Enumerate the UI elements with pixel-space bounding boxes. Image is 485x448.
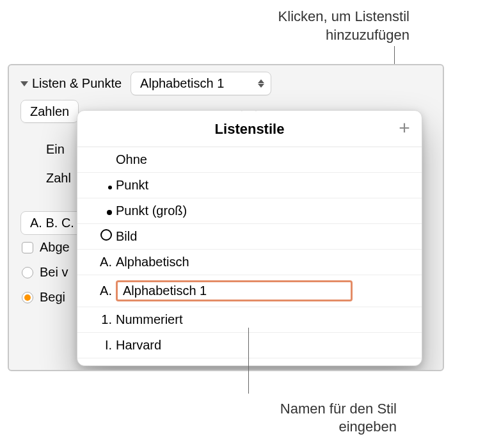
list-style-prefix-icon	[93, 229, 112, 244]
plus-icon: +	[399, 117, 410, 139]
updown-icon	[258, 79, 264, 88]
list-style-item[interactable]: A.	[77, 275, 422, 307]
chevron-down-icon	[20, 81, 28, 86]
list-style-label: Ohne	[116, 152, 147, 167]
list-styles-popover: Listenstile + OhnePunktPunkt (groß)BildA…	[77, 110, 422, 366]
list-style-list: OhnePunktPunkt (groß)BildA.AlphabetischA…	[77, 147, 422, 358]
list-style-name-input[interactable]	[116, 280, 353, 301]
list-style-label: Punkt (groß)	[116, 204, 187, 218]
list-style-label: Punkt	[116, 178, 148, 193]
list-style-item[interactable]: A.Alphabetisch	[77, 250, 422, 275]
continue-radio-label: Bei v	[40, 265, 68, 280]
callout-enter-name: Namen für den Stil eingeben	[237, 400, 397, 436]
list-style-prefix-icon: 1.	[93, 312, 112, 327]
list-style-prefix-icon: A.	[93, 284, 112, 298]
start-at-radio-label: Begi	[40, 290, 65, 305]
list-style-prefix-icon: A.	[93, 255, 112, 269]
tiered-checkbox-label: Abge	[40, 240, 70, 255]
list-style-item[interactable]: Bild	[77, 224, 422, 250]
callout-line	[248, 328, 249, 394]
continue-radio[interactable]	[22, 267, 33, 278]
list-style-item[interactable]: Ohne	[77, 147, 422, 173]
list-style-label: Nummeriert	[116, 312, 182, 327]
list-style-prefix-icon	[93, 204, 112, 218]
section-title: Listen & Punkte	[32, 76, 122, 91]
tiered-checkbox[interactable]	[22, 242, 33, 253]
list-style-label: Alphabetisch	[116, 255, 189, 269]
list-style-prefix-icon	[93, 178, 112, 193]
number-format-button[interactable]: A. B. C.	[20, 211, 84, 235]
list-style-item[interactable]: Punkt (groß)	[77, 198, 422, 224]
section-header-lists-bullets[interactable]: Listen & Punkte	[20, 76, 122, 91]
callout-add-style: Klicken, um Listenstil hinzuzufügen	[243, 8, 409, 44]
popover-title: Listenstile	[215, 121, 285, 137]
start-at-radio[interactable]	[22, 292, 33, 303]
list-style-label: Bild	[116, 229, 137, 244]
add-list-style-button[interactable]: +	[395, 118, 414, 138]
list-style-prefix-icon: I.	[93, 338, 112, 353]
list-style-label: Harvard	[116, 338, 161, 353]
list-style-item[interactable]: Punkt	[77, 173, 422, 198]
list-style-dropdown-value: Alphabetisch 1	[140, 76, 224, 91]
list-style-dropdown[interactable]: Alphabetisch 1	[131, 72, 271, 95]
list-style-item[interactable]: 1.Nummeriert	[77, 307, 422, 333]
list-style-item[interactable]: I.Harvard	[77, 333, 422, 358]
format-sidebar-panel: Listen & Punkte Alphabetisch 1 Zahlen Ei…	[8, 64, 444, 371]
numbers-button[interactable]: Zahlen	[20, 100, 79, 123]
